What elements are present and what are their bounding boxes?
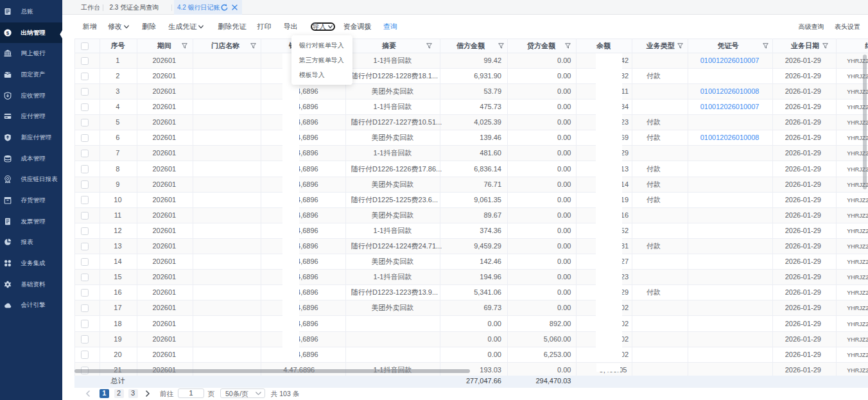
svg-text:$: $ xyxy=(6,30,10,35)
